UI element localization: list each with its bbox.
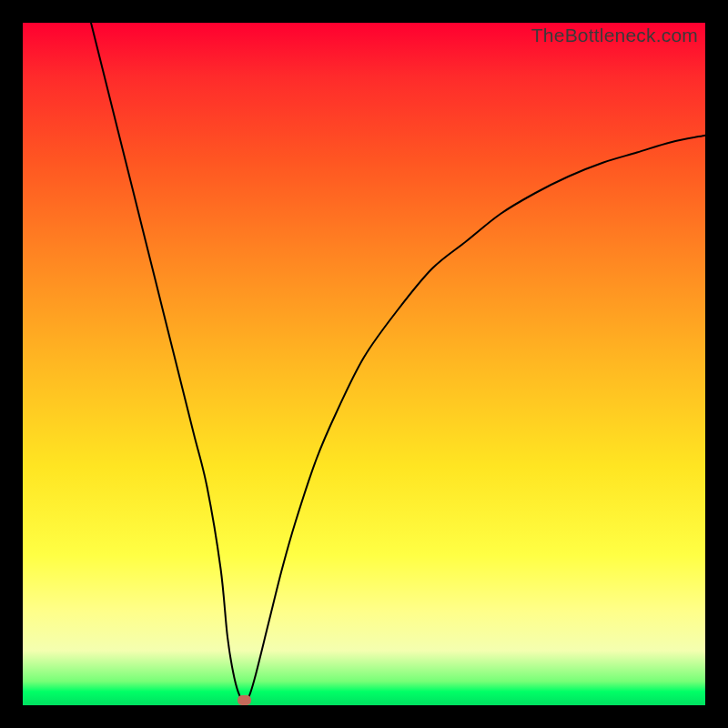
chart-frame: TheBottleneck.com [0, 0, 728, 728]
minimum-marker [238, 695, 251, 705]
bottleneck-curve [23, 23, 705, 705]
plot-area: TheBottleneck.com [23, 23, 705, 705]
